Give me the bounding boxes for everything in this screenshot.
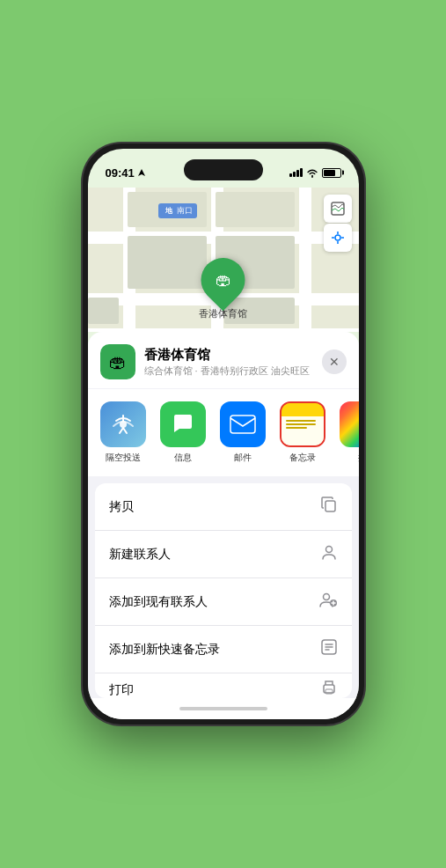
phone-frame: 09:41 [83,143,364,725]
bottom-sheet: 🏟 香港体育馆 综合体育馆 · 香港特别行政区 油尖旺区 ✕ [88,332,359,719]
venue-icon: 🏟 [100,344,135,379]
copy-label: 拷贝 [109,499,134,515]
mail-icon [220,401,266,447]
svg-point-11 [323,594,329,600]
share-airdrop[interactable]: 隔空投送 [97,401,150,464]
add-note-label: 添加到新快速备忘录 [109,642,220,658]
share-more[interactable]: 推 [336,401,359,464]
location-pin: 🏟 香港体育馆 [199,258,247,320]
new-contact-label: 新建联系人 [109,547,171,563]
subway-label: 地 南口 [158,203,197,218]
share-messages[interactable]: 信息 [157,401,209,464]
add-existing-label: 添加到现有联系人 [109,594,208,610]
venue-desc: 综合体育馆 · 香港特别行政区 油尖旺区 [144,364,313,378]
print-icon [320,679,338,698]
status-icons [289,168,341,178]
action-add-note[interactable]: 添加到新快速备忘录 [95,626,352,673]
svg-point-2 [335,235,340,240]
pin-icon: 🏟 [192,249,254,312]
time-label: 09:41 [106,166,135,180]
messages-label: 信息 [174,452,192,464]
map-area: 地 南口 🏟 香港体育馆 [88,188,359,332]
home-bar [179,707,267,710]
print-label: 打印 [109,682,134,698]
home-indicator [88,698,359,719]
mail-label: 邮件 [234,452,252,464]
dynamic-island [184,159,263,180]
battery-icon [322,168,341,178]
action-copy[interactable]: 拷贝 [95,483,352,531]
action-list: 拷贝 新建联系人 [95,483,352,698]
add-note-icon [320,638,338,660]
map-type-button[interactable] [324,195,352,223]
more-icon [340,401,359,447]
svg-rect-9 [325,501,335,511]
location-arrow-icon [137,168,146,177]
action-add-existing[interactable]: 添加到现有联系人 [95,578,352,626]
svg-rect-8 [230,416,255,433]
action-print[interactable]: 打印 [95,673,352,698]
phone-screen: 09:41 [88,149,359,719]
notes-icon [280,401,325,447]
signal-icon [289,168,303,177]
status-time: 09:41 [106,166,146,180]
svg-marker-0 [138,169,145,176]
share-mail[interactable]: 邮件 [216,401,269,464]
more-label: 推 [358,452,359,464]
venue-info: 香港体育馆 综合体育馆 · 香港特别行政区 油尖旺区 [144,347,313,378]
share-notes[interactable]: 备忘录 [276,401,329,464]
airdrop-icon [100,401,146,447]
share-row: 隔空投送 信息 [88,389,359,476]
messages-icon [160,401,206,447]
venue-name: 香港体育馆 [144,347,313,364]
airdrop-label: 隔空投送 [106,452,141,464]
location-button[interactable] [324,224,352,252]
svg-point-10 [325,547,332,553]
action-new-contact[interactable]: 新建联系人 [95,531,352,578]
sheet-header: 🏟 香港体育馆 综合体育馆 · 香港特别行政区 油尖旺区 ✕ [88,332,359,388]
notes-label: 备忘录 [289,452,316,464]
add-existing-icon [318,591,338,613]
map-controls [324,195,352,252]
close-button[interactable]: ✕ [322,349,347,374]
copy-icon [320,496,338,518]
wifi-icon [306,168,318,178]
new-contact-icon [320,543,338,565]
